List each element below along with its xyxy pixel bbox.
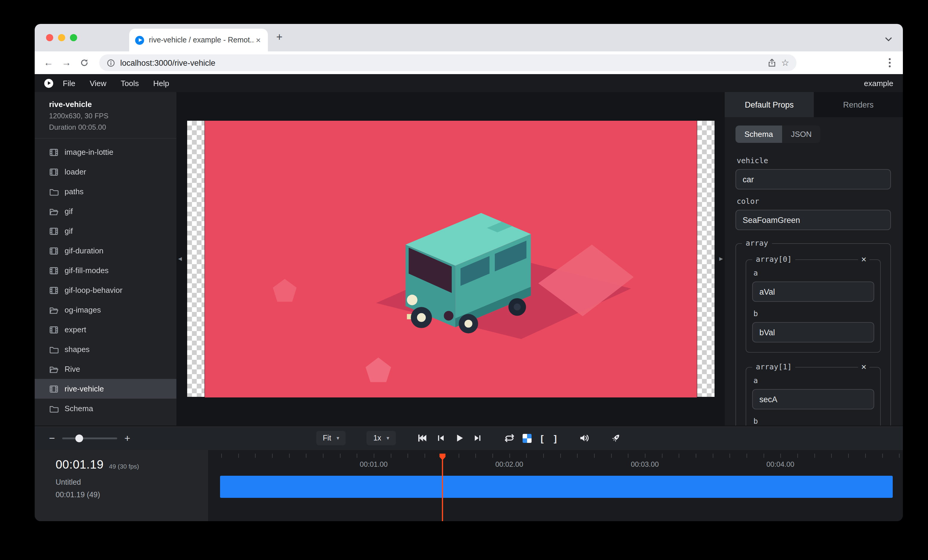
composition-list-item[interactable]: gif-loop-behavior	[35, 280, 176, 300]
zoom-window-button[interactable]	[70, 34, 77, 41]
browser-menu-icon[interactable]	[882, 58, 897, 67]
zoom-out-button[interactable]: −	[49, 433, 55, 443]
panel-tab-label: Renders	[843, 100, 874, 109]
array-items: array[0] × a b array[1]	[743, 259, 883, 426]
composition-list-item[interactable]: image-in-lottie	[35, 142, 176, 162]
timeline-info: 00:01.19 49 (30 fps) Untitled 00:01.19 (…	[35, 450, 208, 521]
browser-window: rive-vehicle / example - Remot... × + ← …	[35, 24, 903, 521]
app-menus: File View Tools Help	[63, 79, 169, 88]
composition-list-item[interactable]: expert	[35, 320, 176, 339]
in-point-icon[interactable]: [	[539, 433, 545, 443]
composition-list-item[interactable]: gif	[35, 221, 176, 241]
props-panel: Default Props Renders Schema JSON	[725, 92, 903, 426]
app-menu-bar: File View Tools Help example	[35, 74, 903, 92]
field-a-input[interactable]	[752, 389, 874, 409]
composition-icon	[49, 246, 59, 256]
composition-list-item[interactable]: og-images	[35, 300, 176, 320]
field-b-input[interactable]	[752, 322, 874, 342]
composition-label: gif-fill-modes	[64, 266, 108, 275]
forward-button[interactable]: →	[59, 55, 74, 70]
collapse-panel-icon[interactable]: ▶	[719, 256, 723, 262]
panel-tab-label: Default Props	[745, 100, 794, 109]
menu-item[interactable]: File	[63, 79, 75, 88]
new-tab-button[interactable]: +	[276, 32, 282, 43]
tab-close-icon[interactable]: ×	[255, 35, 262, 46]
address-bar[interactable]: localhost:3000/rive-vehicle ☆	[99, 55, 797, 71]
transparency-toggle-icon[interactable]	[523, 434, 531, 443]
current-timecode: 00:01.19	[56, 458, 104, 472]
composition-label: shapes	[64, 345, 90, 354]
quick-switcher-rocket-icon[interactable]	[611, 433, 621, 443]
playhead-line	[442, 458, 443, 521]
timeline-ruler[interactable]: 00:01.00 00:02.00 00:03.00 00:04.00	[208, 450, 903, 521]
menu-item[interactable]: Tools	[121, 79, 139, 88]
track-timecode: 00:01.19 (49)	[56, 491, 208, 499]
menu-item[interactable]: View	[90, 79, 107, 88]
composition-list-item[interactable]: paths	[35, 182, 176, 201]
previous-frame-button[interactable]	[435, 433, 446, 443]
browser-tab[interactable]: rive-vehicle / example - Remot... ×	[129, 29, 268, 52]
color-input[interactable]	[736, 210, 891, 230]
field-a-input[interactable]	[752, 282, 874, 302]
timeline-track-bar[interactable]	[220, 476, 893, 498]
fit-dropdown[interactable]: Fit ▾	[316, 431, 346, 445]
folder-icon	[49, 404, 59, 413]
jump-to-start-button[interactable]	[417, 433, 427, 443]
speed-dropdown[interactable]: 1x ▾	[367, 431, 396, 445]
bookmark-star-icon[interactable]: ☆	[781, 57, 789, 68]
array-item-label: array[0]	[752, 255, 795, 263]
tab-search-chevron-icon[interactable]	[885, 33, 892, 44]
volume-icon[interactable]	[579, 433, 589, 443]
site-info-icon[interactable]	[107, 58, 115, 67]
composition-list-item[interactable]: gif	[35, 201, 176, 221]
out-point-icon[interactable]: ]	[553, 433, 558, 443]
project-resolution: 1200x630, 30 FPS	[49, 112, 167, 120]
track-name: Untitled	[56, 478, 208, 487]
tab-favicon-icon	[135, 35, 144, 44]
composition-list-item[interactable]: gif-fill-modes	[35, 260, 176, 280]
fit-dropdown-label: Fit	[323, 434, 331, 442]
ruler-ticks	[208, 453, 903, 458]
composition-list-item[interactable]: shapes	[35, 339, 176, 359]
browser-tab-strip: rive-vehicle / example - Remot... × +	[35, 24, 903, 52]
panel-tab[interactable]: Default Props	[725, 92, 814, 117]
zoom-slider[interactable]	[62, 437, 117, 439]
close-window-button[interactable]	[46, 34, 53, 41]
composition-label: loader	[64, 167, 86, 176]
remove-array-item-icon[interactable]: ×	[858, 254, 869, 265]
play-button[interactable]	[454, 433, 465, 443]
back-button[interactable]: ←	[41, 55, 56, 70]
zoom-slider-knob[interactable]	[75, 434, 83, 442]
composition-list-item[interactable]: Schema	[35, 399, 176, 418]
next-frame-button[interactable]	[472, 433, 483, 443]
reload-button[interactable]	[76, 55, 92, 70]
composition-label: Rive	[64, 365, 80, 374]
mode-tab[interactable]: JSON	[782, 125, 820, 143]
zoom-controls: − +	[49, 433, 130, 443]
ruler-timecode-label: 00:04.00	[766, 460, 794, 469]
ruler-timecode-label: 00:02.00	[495, 460, 523, 469]
timeline: 00:01.19 49 (30 fps) Untitled 00:01.19 (…	[35, 450, 903, 521]
composition-list-item[interactable]: loader	[35, 162, 176, 182]
folder-open-icon	[49, 207, 59, 216]
project-name: rive-vehicle	[49, 100, 167, 109]
chevron-down-icon: ▾	[337, 435, 339, 441]
composition-list-item[interactable]: gif-duration	[35, 241, 176, 260]
composition-list-item[interactable]: rive-vehicle	[35, 379, 176, 399]
zoom-in-button[interactable]: +	[124, 433, 130, 443]
composition-icon	[49, 285, 59, 295]
folder-open-icon	[49, 364, 59, 374]
remove-array-item-icon[interactable]: ×	[858, 362, 869, 372]
composition-list-item[interactable]: Rive	[35, 359, 176, 379]
project-label: example	[864, 79, 893, 88]
minimize-window-button[interactable]	[58, 34, 65, 41]
panel-tab[interactable]: Renders	[814, 92, 903, 117]
share-icon[interactable]	[767, 58, 777, 67]
vehicle-input[interactable]	[736, 169, 891, 189]
browser-toolbar: ← → localhost:3000/rive-vehicle ☆	[35, 52, 903, 74]
collapse-sidebar-icon[interactable]: ◀	[178, 256, 182, 262]
loop-toggle-icon[interactable]	[504, 433, 515, 443]
menu-item[interactable]: Help	[153, 79, 169, 88]
composition-icon	[49, 266, 59, 275]
mode-tab[interactable]: Schema	[736, 125, 782, 143]
